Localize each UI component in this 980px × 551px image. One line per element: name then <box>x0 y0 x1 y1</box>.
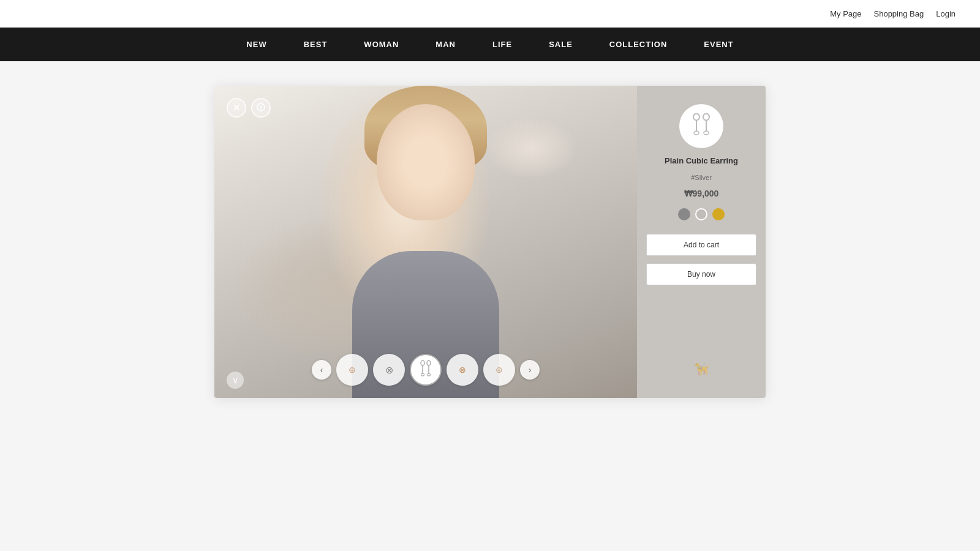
svg-point-10 <box>703 114 709 121</box>
my-page-link[interactable]: My Page <box>830 9 861 18</box>
color-silver[interactable] <box>695 208 707 220</box>
info-button[interactable] <box>251 98 271 118</box>
panel-bottom-decoration: 🦮 <box>694 293 709 386</box>
svg-point-3 <box>421 361 424 365</box>
buy-now-button[interactable]: Buy now <box>646 263 756 285</box>
thumb-item-5[interactable]: ⊕ <box>483 354 515 386</box>
product-sub: #Silver <box>691 174 712 181</box>
color-gold[interactable] <box>712 208 725 220</box>
carousel-next-button[interactable]: › <box>520 360 540 380</box>
nav-item-new[interactable]: NEW <box>246 40 266 49</box>
nav-item-life[interactable]: LIFE <box>492 40 512 49</box>
thumb-item-1[interactable]: ⊕ <box>336 354 368 386</box>
shopping-bag-link[interactable]: Shopping Bag <box>874 9 924 18</box>
face-oval <box>377 104 475 220</box>
login-link[interactable]: Login <box>936 9 956 18</box>
svg-point-7 <box>421 373 424 376</box>
nav-item-woman[interactable]: WOMAN <box>364 40 399 49</box>
nav-item-collection[interactable]: COLLECTION <box>609 40 668 49</box>
color-dark[interactable] <box>678 208 690 220</box>
close-icon: ✕ <box>233 103 240 113</box>
nav-item-event[interactable]: EVENT <box>704 40 733 49</box>
product-panel: Plain Cubic Earring #Silver ₩99,000 Add … <box>637 86 766 398</box>
nav-item-best[interactable]: BEST <box>304 40 328 49</box>
thumb-item-2[interactable]: ⊗ <box>373 354 405 386</box>
earring-icon <box>690 113 713 139</box>
main-content: ✕ ‹ ⊕ <box>0 61 980 551</box>
thumb-icon-5: ⊕ <box>496 365 503 375</box>
viewer-controls: ✕ <box>227 98 271 118</box>
top-bar: My Page Shopping Bag Login <box>0 0 980 28</box>
info-icon <box>257 103 265 113</box>
carousel-prev-button[interactable]: ‹ <box>312 360 331 380</box>
down-arrow-icon: ∨ <box>232 375 238 385</box>
thumb-icon-1: ⊕ <box>349 365 356 375</box>
close-button[interactable]: ✕ <box>227 98 246 118</box>
color-options <box>678 208 725 220</box>
thumb-item-4[interactable]: ⊗ <box>447 354 478 386</box>
product-icon-circle <box>679 104 723 148</box>
thumbnail-carousel: ‹ ⊕ ⊗ <box>312 354 540 386</box>
woman-photo <box>214 86 637 398</box>
thumb-item-3[interactable] <box>410 354 442 386</box>
down-arrow-button[interactable]: ∨ <box>227 372 244 389</box>
nav-item-sale[interactable]: SALE <box>549 40 573 49</box>
nav-item-man[interactable]: MAN <box>435 40 456 49</box>
thumb-icon-2: ⊗ <box>385 364 393 376</box>
thumb-icon-4: ⊗ <box>459 365 466 375</box>
add-to-cart-button[interactable]: Add to cart <box>646 234 756 256</box>
svg-point-2 <box>260 104 262 105</box>
image-area: ✕ ‹ ⊕ <box>214 86 637 398</box>
nav-bar: NEW BEST WOMAN MAN LIFE SALE COLLECTION … <box>0 28 980 61</box>
next-arrow-icon: › <box>529 365 532 375</box>
svg-point-4 <box>427 361 431 365</box>
thumb-icon-3 <box>417 360 434 380</box>
product-viewer: ✕ ‹ ⊕ <box>214 86 766 398</box>
svg-point-8 <box>428 373 431 376</box>
svg-point-9 <box>693 114 699 121</box>
product-price: ₩99,000 <box>684 189 719 198</box>
bottom-earring-icon: 🦮 <box>694 362 709 377</box>
prev-arrow-icon: ‹ <box>320 365 323 375</box>
product-name: Plain Cubic Earring <box>665 156 738 167</box>
